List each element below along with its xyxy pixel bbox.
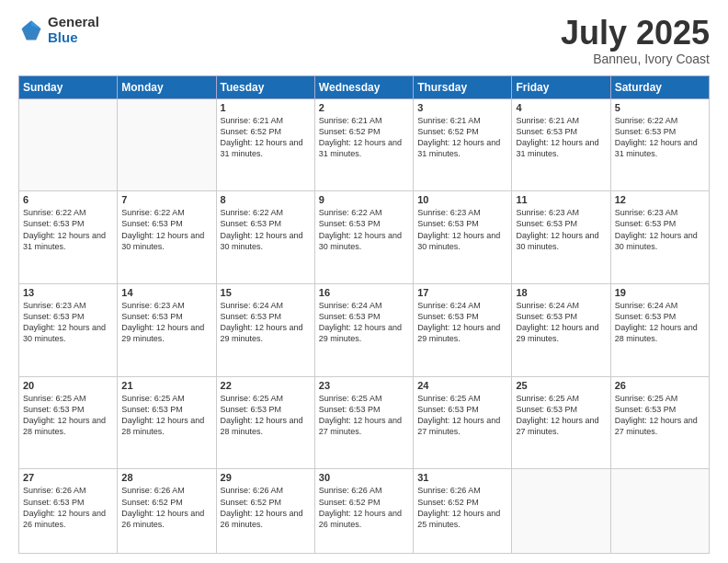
day-info: Sunrise: 6:21 AMSunset: 6:52 PMDaylight:… [417, 115, 507, 160]
logo-blue-text: Blue [48, 30, 99, 46]
day-number: 11 [516, 194, 606, 205]
col-saturday: Saturday [610, 75, 709, 98]
table-row: 9Sunrise: 6:22 AMSunset: 6:53 PMDaylight… [314, 191, 413, 284]
logo-icon [18, 17, 44, 43]
col-thursday: Thursday [414, 75, 512, 98]
day-info: Sunrise: 6:23 AMSunset: 6:53 PMDaylight:… [417, 207, 507, 252]
col-monday: Monday [118, 75, 216, 98]
day-number: 26 [615, 380, 705, 391]
table-row: 17Sunrise: 6:24 AMSunset: 6:53 PMDayligh… [414, 284, 512, 377]
table-row: 15Sunrise: 6:24 AMSunset: 6:53 PMDayligh… [216, 284, 314, 377]
day-info: Sunrise: 6:21 AMSunset: 6:52 PMDaylight:… [319, 115, 409, 160]
day-info: Sunrise: 6:22 AMSunset: 6:53 PMDaylight:… [23, 207, 113, 252]
day-info: Sunrise: 6:25 AMSunset: 6:53 PMDaylight:… [23, 393, 113, 438]
location-subtitle: Banneu, Ivory Coast [561, 52, 710, 66]
day-info: Sunrise: 6:25 AMSunset: 6:53 PMDaylight:… [516, 393, 606, 438]
day-number: 15 [221, 287, 311, 298]
day-number: 19 [615, 287, 705, 298]
table-row: 6Sunrise: 6:22 AMSunset: 6:53 PMDaylight… [19, 191, 118, 284]
table-row: 11Sunrise: 6:23 AMSunset: 6:53 PMDayligh… [512, 191, 610, 284]
col-friday: Friday [512, 75, 610, 98]
day-number: 13 [23, 287, 113, 298]
day-number: 22 [221, 380, 311, 391]
table-row: 22Sunrise: 6:25 AMSunset: 6:53 PMDayligh… [216, 376, 314, 469]
day-number: 24 [417, 380, 507, 391]
table-row: 21Sunrise: 6:25 AMSunset: 6:53 PMDayligh… [118, 376, 216, 469]
table-row [19, 98, 118, 191]
day-info: Sunrise: 6:25 AMSunset: 6:53 PMDaylight:… [319, 393, 409, 438]
table-row: 12Sunrise: 6:23 AMSunset: 6:53 PMDayligh… [610, 191, 709, 284]
day-number: 28 [121, 472, 211, 483]
day-info: Sunrise: 6:24 AMSunset: 6:53 PMDaylight:… [615, 300, 705, 345]
day-number: 6 [23, 194, 113, 205]
page: General Blue July 2025 Banneu, Ivory Coa… [0, 0, 728, 563]
table-row: 10Sunrise: 6:23 AMSunset: 6:53 PMDayligh… [414, 191, 512, 284]
day-info: Sunrise: 6:23 AMSunset: 6:53 PMDaylight:… [516, 207, 606, 252]
day-info: Sunrise: 6:21 AMSunset: 6:52 PMDaylight:… [221, 115, 311, 160]
day-number: 8 [221, 194, 311, 205]
table-row: 7Sunrise: 6:22 AMSunset: 6:53 PMDaylight… [118, 191, 216, 284]
day-info: Sunrise: 6:25 AMSunset: 6:53 PMDaylight:… [221, 393, 311, 438]
table-row [512, 469, 610, 554]
day-number: 10 [417, 194, 507, 205]
table-row: 29Sunrise: 6:26 AMSunset: 6:52 PMDayligh… [216, 469, 314, 554]
day-info: Sunrise: 6:26 AMSunset: 6:52 PMDaylight:… [221, 485, 311, 530]
day-number: 21 [121, 380, 211, 391]
calendar-row: 1Sunrise: 6:21 AMSunset: 6:52 PMDaylight… [19, 98, 710, 191]
day-info: Sunrise: 6:24 AMSunset: 6:53 PMDaylight:… [221, 300, 311, 345]
logo-general-text: General [48, 15, 99, 30]
col-tuesday: Tuesday [216, 75, 314, 98]
day-info: Sunrise: 6:25 AMSunset: 6:53 PMDaylight:… [417, 393, 507, 438]
day-number: 3 [417, 102, 507, 113]
table-row: 23Sunrise: 6:25 AMSunset: 6:53 PMDayligh… [314, 376, 413, 469]
table-row: 30Sunrise: 6:26 AMSunset: 6:52 PMDayligh… [314, 469, 413, 554]
title-block: July 2025 Banneu, Ivory Coast [561, 15, 710, 66]
calendar-header-row: Sunday Monday Tuesday Wednesday Thursday… [19, 75, 710, 98]
header: General Blue July 2025 Banneu, Ivory Coa… [18, 15, 710, 66]
day-info: Sunrise: 6:22 AMSunset: 6:53 PMDaylight:… [615, 115, 705, 160]
day-info: Sunrise: 6:25 AMSunset: 6:53 PMDaylight:… [121, 393, 211, 438]
table-row: 13Sunrise: 6:23 AMSunset: 6:53 PMDayligh… [19, 284, 118, 377]
logo-text: General Blue [48, 15, 99, 45]
table-row: 14Sunrise: 6:23 AMSunset: 6:53 PMDayligh… [118, 284, 216, 377]
table-row: 2Sunrise: 6:21 AMSunset: 6:52 PMDaylight… [314, 98, 413, 191]
day-info: Sunrise: 6:22 AMSunset: 6:53 PMDaylight:… [221, 207, 311, 252]
day-info: Sunrise: 6:22 AMSunset: 6:53 PMDaylight:… [319, 207, 409, 252]
day-number: 20 [23, 380, 113, 391]
table-row: 25Sunrise: 6:25 AMSunset: 6:53 PMDayligh… [512, 376, 610, 469]
table-row: 19Sunrise: 6:24 AMSunset: 6:53 PMDayligh… [610, 284, 709, 377]
col-wednesday: Wednesday [314, 75, 413, 98]
table-row: 27Sunrise: 6:26 AMSunset: 6:53 PMDayligh… [19, 469, 118, 554]
day-info: Sunrise: 6:23 AMSunset: 6:53 PMDaylight:… [121, 300, 211, 345]
table-row: 5Sunrise: 6:22 AMSunset: 6:53 PMDaylight… [610, 98, 709, 191]
table-row: 24Sunrise: 6:25 AMSunset: 6:53 PMDayligh… [414, 376, 512, 469]
table-row: 4Sunrise: 6:21 AMSunset: 6:53 PMDaylight… [512, 98, 610, 191]
col-sunday: Sunday [19, 75, 118, 98]
table-row: 28Sunrise: 6:26 AMSunset: 6:52 PMDayligh… [118, 469, 216, 554]
table-row: 3Sunrise: 6:21 AMSunset: 6:52 PMDaylight… [414, 98, 512, 191]
day-info: Sunrise: 6:23 AMSunset: 6:53 PMDaylight:… [23, 300, 113, 345]
day-info: Sunrise: 6:21 AMSunset: 6:53 PMDaylight:… [516, 115, 606, 160]
day-info: Sunrise: 6:25 AMSunset: 6:53 PMDaylight:… [615, 393, 705, 438]
day-info: Sunrise: 6:24 AMSunset: 6:53 PMDaylight:… [516, 300, 606, 345]
day-number: 16 [319, 287, 409, 298]
day-number: 25 [516, 380, 606, 391]
day-info: Sunrise: 6:26 AMSunset: 6:52 PMDaylight:… [121, 485, 211, 530]
month-title: July 2025 [561, 15, 710, 52]
calendar-row: 27Sunrise: 6:26 AMSunset: 6:53 PMDayligh… [19, 469, 710, 554]
table-row: 1Sunrise: 6:21 AMSunset: 6:52 PMDaylight… [216, 98, 314, 191]
day-number: 7 [121, 194, 211, 205]
day-number: 9 [319, 194, 409, 205]
table-row: 26Sunrise: 6:25 AMSunset: 6:53 PMDayligh… [610, 376, 709, 469]
table-row: 20Sunrise: 6:25 AMSunset: 6:53 PMDayligh… [19, 376, 118, 469]
day-info: Sunrise: 6:26 AMSunset: 6:52 PMDaylight:… [417, 485, 507, 530]
day-number: 5 [615, 102, 705, 113]
logo: General Blue [18, 15, 99, 45]
day-info: Sunrise: 6:26 AMSunset: 6:52 PMDaylight:… [319, 485, 409, 530]
table-row [610, 469, 709, 554]
calendar-row: 6Sunrise: 6:22 AMSunset: 6:53 PMDaylight… [19, 191, 710, 284]
day-info: Sunrise: 6:24 AMSunset: 6:53 PMDaylight:… [319, 300, 409, 345]
day-number: 29 [221, 472, 311, 483]
day-info: Sunrise: 6:24 AMSunset: 6:53 PMDaylight:… [417, 300, 507, 345]
day-number: 1 [221, 102, 311, 113]
